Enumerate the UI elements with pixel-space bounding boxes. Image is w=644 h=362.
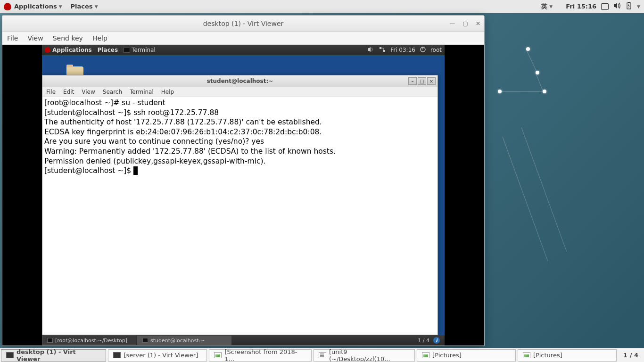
svg-rect-1 (628, 2, 630, 3)
host-taskbar-item[interactable]: [Screenshot from 2018-1... (209, 349, 312, 362)
guest-clock[interactable]: Fri 03:16 (390, 47, 415, 53)
virt-titlebar[interactable]: desktop (1) - Virt Viewer — ▢ ✕ (2, 16, 484, 32)
virt-framebuffer[interactable]: Applications Places Terminal Fri 03:16 r… (2, 45, 484, 346)
host-taskbar-item[interactable]: [server (1) - Virt Viewer] (108, 349, 207, 362)
guest-workspace-indicator[interactable]: 1 / 4 (418, 337, 429, 344)
wallpaper-decoration (484, 14, 644, 250)
terminal-icon (142, 338, 148, 343)
guest-taskbar-item[interactable]: [root@localhost:~/Desktop] (42, 336, 136, 345)
terminal-menu-edit[interactable]: Edit (63, 89, 74, 95)
terminal-menu-search[interactable]: Search (103, 89, 122, 95)
app-icon (523, 352, 530, 358)
terminal-close-button[interactable]: × (427, 77, 436, 85)
system-menu-caret[interactable]: ▼ (637, 4, 640, 9)
host-top-panel: Applications▼ Places▼ 英▼ Fri 15:16 ▼ (0, 0, 644, 13)
guest-top-panel: Applications Places Terminal Fri 03:16 r… (42, 45, 445, 55)
virt-menu-file[interactable]: File (7, 34, 18, 42)
app-icon (319, 352, 326, 358)
terminal-title: student@localhost:~ (207, 78, 273, 84)
terminal-menu-help[interactable]: Help (161, 89, 174, 95)
host-taskbar-item[interactable]: [Pictures] (518, 349, 617, 362)
app-icon (422, 352, 429, 358)
terminal-titlebar[interactable]: student@localhost:~ – □ × (42, 75, 438, 87)
svg-rect-5 (422, 47, 423, 49)
guest-volume-icon[interactable] (368, 47, 374, 54)
host-bottom-panel: desktop (1) - Virt Viewer[server (1) - V… (0, 348, 644, 362)
host-taskbar-item[interactable]: desktop (1) - Virt Viewer (1, 349, 106, 362)
host-clock[interactable]: Fri 15:16 (566, 3, 596, 10)
host-applications-menu[interactable]: Applications▼ (14, 3, 62, 10)
terminal-maximize-button[interactable]: □ (418, 77, 426, 85)
close-button[interactable]: ✕ (476, 20, 480, 27)
virt-window-title: desktop (1) - Virt Viewer (203, 20, 284, 27)
host-workspace-indicator[interactable]: 1 / 4 (618, 352, 644, 359)
guest-bottom-panel: [root@localhost:~/Desktop]student@localh… (42, 335, 445, 346)
terminal-menubar: File Edit View Search Terminal Help (42, 87, 438, 97)
terminal-minimize-button[interactable]: – (408, 77, 417, 85)
display-indicator-icon[interactable] (601, 3, 609, 10)
terminal-icon (124, 48, 130, 53)
virt-menubar: File View Send key Help (2, 32, 484, 45)
volume-icon[interactable] (613, 2, 621, 10)
app-icon (6, 352, 14, 358)
info-icon[interactable]: i (433, 337, 440, 344)
battery-icon[interactable] (626, 2, 632, 11)
guest-places-menu[interactable]: Places (98, 47, 118, 53)
virt-menu-view[interactable]: View (27, 34, 43, 42)
guest-taskbar-item[interactable]: student@localhost:~ (137, 336, 231, 345)
host-taskbar-item[interactable]: [unit9 (~/Desktop/zzl(10... (314, 349, 415, 362)
terminal-icon (47, 338, 53, 343)
redhat-logo-icon (4, 3, 11, 10)
guest-applications-menu[interactable]: Applications (52, 47, 92, 53)
virt-viewer-window: desktop (1) - Virt Viewer — ▢ ✕ File Vie… (2, 15, 485, 346)
terminal-output[interactable]: [root@localhost ~]# su - student[student… (42, 97, 438, 335)
minimize-button[interactable]: — (450, 20, 455, 27)
guest-user-label[interactable]: root (430, 47, 442, 53)
guest-active-app-indicator[interactable]: Terminal (124, 47, 156, 53)
terminal-menu-terminal[interactable]: Terminal (130, 89, 154, 95)
app-icon (113, 352, 121, 358)
svg-rect-3 (383, 50, 385, 52)
input-method-indicator[interactable]: 英▼ (541, 2, 553, 11)
virt-menu-help[interactable]: Help (92, 34, 107, 42)
maximize-button[interactable]: ▢ (463, 20, 468, 27)
guest-power-icon[interactable] (420, 47, 426, 54)
terminal-menu-file[interactable]: File (46, 89, 56, 95)
guest-network-icon[interactable] (379, 47, 386, 54)
virt-menu-sendkey[interactable]: Send key (53, 34, 83, 42)
host-taskbar-item[interactable]: [Pictures] (417, 349, 516, 362)
host-places-menu[interactable]: Places▼ (71, 3, 98, 10)
terminal-menu-view[interactable]: View (82, 89, 95, 95)
guest-redhat-logo-icon (45, 47, 50, 53)
app-icon (214, 352, 222, 358)
terminal-window: student@localhost:~ – □ × File Edit View… (42, 75, 438, 335)
svg-rect-2 (380, 47, 381, 49)
guest-desktop: Applications Places Terminal Fri 03:16 r… (42, 45, 445, 346)
